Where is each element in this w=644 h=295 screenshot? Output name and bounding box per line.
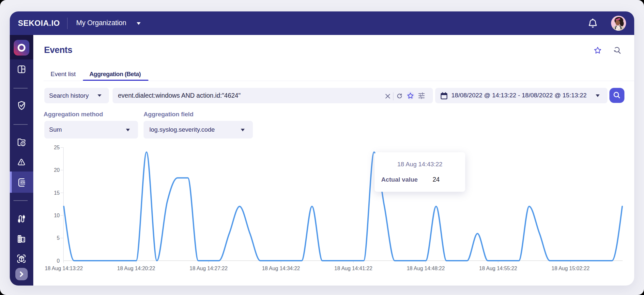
svg-text:18 Aug 14:34:22: 18 Aug 14:34:22 (262, 266, 300, 271)
svg-text:18 Aug 14:13:22: 18 Aug 14:13:22 (45, 266, 83, 271)
svg-text:20: 20 (54, 167, 60, 173)
svg-text:18 Aug 14:20:22: 18 Aug 14:20:22 (117, 266, 155, 271)
svg-text:18 Aug 14:48:22: 18 Aug 14:48:22 (407, 266, 445, 271)
svg-text:18 Aug 14:27:22: 18 Aug 14:27:22 (190, 266, 228, 271)
svg-text:18 Aug 14:41:22: 18 Aug 14:41:22 (334, 266, 373, 271)
svg-text:0: 0 (57, 258, 60, 264)
svg-text:10: 10 (54, 213, 60, 218)
svg-text:18 Aug 14:55:22: 18 Aug 14:55:22 (479, 266, 517, 271)
svg-text:25: 25 (54, 145, 60, 150)
svg-text:15: 15 (54, 190, 60, 196)
svg-text:5: 5 (57, 235, 60, 241)
svg-text:18 Aug 15:02:22: 18 Aug 15:02:22 (552, 266, 590, 271)
